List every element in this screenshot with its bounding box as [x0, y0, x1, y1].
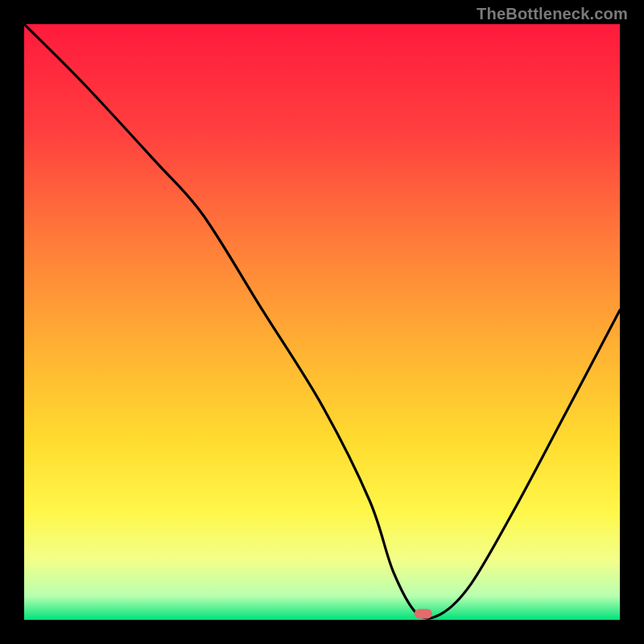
optimal-marker: [415, 609, 432, 619]
watermark-text: TheBottleneck.com: [477, 5, 628, 23]
plot-area: [24, 24, 620, 620]
gradient-background: [24, 24, 620, 620]
chart-stage: TheBottleneck.com: [0, 0, 644, 644]
bottleneck-chart: [24, 24, 620, 620]
